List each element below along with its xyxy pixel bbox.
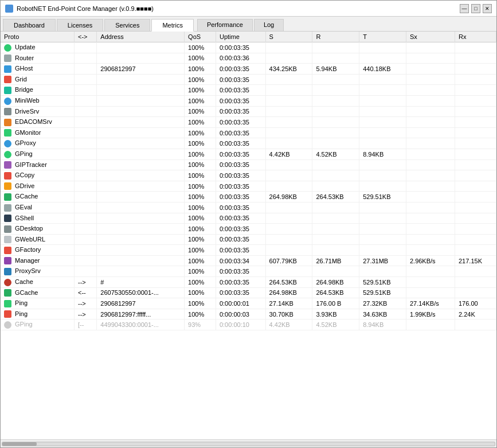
table-row[interactable]: GEval 100% 0:00:03:35 (1, 202, 496, 213)
row-icon (4, 129, 11, 137)
cell-qos: 100% (185, 181, 216, 192)
table-row[interactable]: GPing [-- 4499043300:0001-... 93% 0:00:0… (1, 320, 496, 330)
scrollbar-thumb[interactable] (2, 442, 37, 446)
cell-rx (455, 202, 496, 213)
row-icon (4, 236, 11, 243)
table-row[interactable]: GCopy 100% 0:00:03:35 (1, 170, 496, 181)
cell-arrow: [-- (74, 320, 96, 330)
cell-proto: Ping (1, 309, 74, 320)
table-row[interactable]: Grid 100% 0:00:03:35 (1, 74, 496, 85)
cell-rx (455, 53, 496, 64)
row-icon (4, 65, 11, 73)
table-row[interactable]: ProxySrv 100% 0:00:03:35 (1, 266, 496, 277)
cell-s (265, 181, 312, 192)
tab-performance[interactable]: Performance (197, 19, 253, 31)
table-row[interactable]: MiniWeb 100% 0:00:03:35 (1, 95, 496, 106)
cell-qos: 100% (185, 106, 216, 117)
col-proto: Proto (1, 32, 74, 42)
cell-proto: GShell (1, 213, 74, 224)
table-row[interactable]: Manager 100% 0:00:03:34 607.79KB 26.71MB… (1, 255, 496, 266)
row-icon (4, 98, 11, 105)
table-row[interactable]: EDACOMSrv 100% 0:00:03:35 (1, 117, 496, 128)
table-row[interactable]: GPing 100% 0:00:03:35 4.42KB 4.52KB 8.94… (1, 149, 496, 159)
cell-arrow (74, 149, 96, 159)
cell-proto: GCopy (1, 170, 74, 181)
horizontal-scrollbar[interactable] (1, 439, 496, 447)
table-row[interactable]: Router 100% 0:00:03:36 (1, 53, 496, 64)
row-icon (4, 204, 11, 212)
cell-uptime: 0:00:03:35 (216, 181, 265, 192)
cell-s (265, 117, 312, 128)
tab-dashboard[interactable]: Dashboard (3, 19, 56, 31)
cell-address (97, 149, 185, 159)
maximize-button[interactable]: □ (471, 4, 480, 13)
table-row[interactable]: GMonitor 100% 0:00:03:35 (1, 127, 496, 138)
cell-sx: 27.14KB/s (406, 298, 455, 309)
table-row[interactable]: DriveSrv 100% 0:00:03:35 (1, 106, 496, 117)
row-icon (4, 289, 11, 297)
proto-label: GWebURL (15, 236, 45, 243)
table-row[interactable]: GProxy 100% 0:00:03:35 (1, 138, 496, 149)
cell-address: # (97, 277, 185, 288)
table-row[interactable]: GCache <-- 2607530550:0001-... 100% 0:00… (1, 287, 496, 298)
table-row[interactable]: Cache --> # 100% 0:00:03:35 264.53KB 264… (1, 277, 496, 288)
row-icon (4, 54, 11, 62)
table-row[interactable]: Bridge 100% 0:00:03:35 (1, 85, 496, 96)
cell-address: 2607530550:0001-... (97, 287, 185, 298)
table-row[interactable]: GDrive 100% 0:00:03:35 (1, 181, 496, 192)
cell-r (312, 159, 359, 170)
cell-qos: 93% (185, 320, 216, 330)
table-row[interactable]: GShell 100% 0:00:03:35 (1, 213, 496, 224)
cell-address (97, 181, 185, 192)
table-row[interactable]: Ping --> 2906812997 100% 0:00:00:01 27.1… (1, 298, 496, 309)
cell-r (312, 224, 359, 235)
cell-sx (406, 106, 455, 117)
tab-licenses[interactable]: Licenses (57, 19, 103, 31)
cell-proto: GPing (1, 320, 74, 330)
cell-t: 34.63KB (359, 309, 406, 320)
cell-rx (455, 266, 496, 277)
cell-proto: GDrive (1, 181, 74, 192)
cell-sx (406, 64, 455, 75)
cell-proto: GCache (1, 287, 74, 298)
cell-address (97, 106, 185, 117)
table-row[interactable]: GWebURL 100% 0:00:03:35 (1, 234, 496, 245)
table-row[interactable]: GHost 2906812997 100% 0:00:03:35 434.25K… (1, 64, 496, 75)
cell-t (359, 234, 406, 245)
metrics-table-container[interactable]: Proto <-> Address QoS Uptime S R T Sx Rx (1, 32, 496, 439)
cell-uptime: 0:00:03:35 (216, 106, 265, 117)
table-row[interactable]: Update 100% 0:00:03:35 (1, 42, 496, 53)
cell-proto: GHost (1, 64, 74, 75)
tab-metrics[interactable]: Metrics (151, 19, 193, 32)
cell-s (265, 266, 312, 277)
cell-r: 264.53KB (312, 192, 359, 202)
tab-log[interactable]: Log (254, 19, 284, 31)
cell-arrow (74, 213, 96, 224)
cell-sx (406, 202, 455, 213)
tab-services[interactable]: Services (104, 19, 150, 31)
table-row[interactable]: GCache 100% 0:00:03:35 264.98KB 264.53KB… (1, 192, 496, 202)
col-address: Address (97, 32, 185, 42)
cell-uptime: 0:00:03:35 (216, 213, 265, 224)
table-row[interactable]: GIPTracker 100% 0:00:03:35 (1, 159, 496, 170)
cell-qos: 100% (185, 74, 216, 85)
cell-sx (406, 277, 455, 288)
table-row[interactable]: GFactory 100% 0:00:03:35 (1, 245, 496, 256)
close-button[interactable]: ✕ (483, 4, 492, 13)
cell-uptime: 0:00:03:35 (216, 117, 265, 128)
table-row[interactable]: Ping --> 2906812997:fffff... 100% 0:00:0… (1, 309, 496, 320)
proto-label: GHost (15, 65, 33, 72)
cell-arrow: --> (74, 277, 96, 288)
cell-arrow (74, 53, 96, 64)
cell-s: 4.42KB (265, 149, 312, 159)
cell-s (265, 234, 312, 245)
scrollbar-track[interactable] (2, 442, 495, 446)
cell-arrow (74, 266, 96, 277)
table-header-row: Proto <-> Address QoS Uptime S R T Sx Rx (1, 32, 496, 42)
table-row[interactable]: GDesktop 100% 0:00:03:35 (1, 224, 496, 235)
minimize-button[interactable]: — (460, 4, 469, 13)
cell-sx (406, 95, 455, 106)
cell-qos: 100% (185, 266, 216, 277)
col-t: T (359, 32, 406, 42)
cell-proto: Router (1, 53, 74, 64)
